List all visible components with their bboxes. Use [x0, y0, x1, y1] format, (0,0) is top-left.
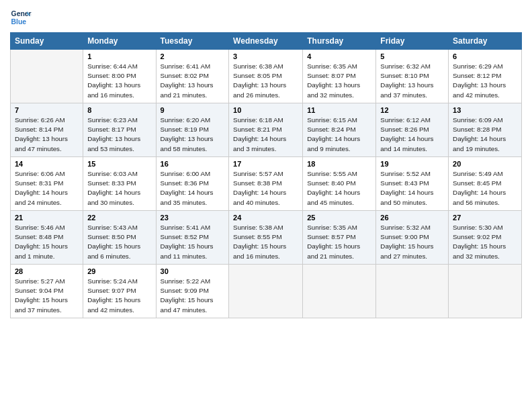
day-info: Sunrise: 6:00 AM Sunset: 8:36 PM Dayligh…: [161, 169, 225, 208]
day-cell: 3Sunrise: 6:38 AM Sunset: 8:05 PM Daylig…: [229, 50, 303, 103]
day-cell: 15Sunrise: 6:03 AM Sunset: 8:33 PM Dayli…: [83, 157, 156, 211]
day-info: Sunrise: 5:32 AM Sunset: 9:00 PM Dayligh…: [380, 223, 444, 261]
day-info: Sunrise: 6:38 AM Sunset: 8:05 PM Dayligh…: [233, 62, 298, 100]
day-info: Sunrise: 5:35 AM Sunset: 8:57 PM Dayligh…: [307, 223, 371, 261]
day-info: Sunrise: 5:41 AM Sunset: 8:52 PM Dayligh…: [161, 223, 225, 261]
weekday-wednesday: Wednesday: [229, 33, 303, 50]
day-info: Sunrise: 5:22 AM Sunset: 9:09 PM Dayligh…: [161, 277, 225, 315]
day-cell: 11Sunrise: 6:15 AM Sunset: 8:24 PM Dayli…: [303, 103, 376, 157]
day-info: Sunrise: 6:15 AM Sunset: 8:24 PM Dayligh…: [307, 116, 371, 154]
day-info: Sunrise: 5:55 AM Sunset: 8:40 PM Dayligh…: [307, 169, 371, 208]
day-cell: 23Sunrise: 5:41 AM Sunset: 8:52 PM Dayli…: [156, 211, 229, 265]
day-info: Sunrise: 5:49 AM Sunset: 8:45 PM Dayligh…: [453, 169, 517, 208]
day-number: 25: [307, 214, 371, 222]
day-number: 7: [15, 106, 79, 114]
logo-icon: General Blue: [10, 7, 32, 28]
day-number: 30: [161, 267, 225, 275]
day-number: 16: [161, 160, 225, 168]
day-info: Sunrise: 6:44 AM Sunset: 8:00 PM Dayligh…: [87, 62, 151, 100]
calendar-table: SundayMondayTuesdayWednesdayThursdayFrid…: [10, 32, 522, 318]
week-row-4: 21Sunrise: 5:46 AM Sunset: 8:48 PM Dayli…: [11, 211, 522, 265]
day-info: Sunrise: 6:23 AM Sunset: 8:17 PM Dayligh…: [87, 116, 151, 154]
day-info: Sunrise: 6:20 AM Sunset: 8:19 PM Dayligh…: [161, 116, 225, 154]
day-number: 14: [15, 160, 79, 168]
day-number: 26: [380, 214, 444, 222]
day-number: 29: [87, 267, 151, 275]
day-number: 4: [307, 52, 371, 60]
day-number: 27: [453, 214, 517, 222]
weekday-friday: Friday: [376, 33, 449, 50]
day-number: 19: [380, 160, 444, 168]
day-cell: 12Sunrise: 6:12 AM Sunset: 8:26 PM Dayli…: [376, 103, 449, 157]
day-cell: 25Sunrise: 5:35 AM Sunset: 8:57 PM Dayli…: [303, 211, 376, 265]
day-cell: 16Sunrise: 6:00 AM Sunset: 8:36 PM Dayli…: [156, 157, 229, 211]
day-number: 21: [15, 214, 79, 222]
weekday-thursday: Thursday: [303, 33, 376, 50]
day-info: Sunrise: 6:35 AM Sunset: 8:07 PM Dayligh…: [307, 62, 371, 100]
week-row-3: 14Sunrise: 6:06 AM Sunset: 8:31 PM Dayli…: [11, 157, 522, 211]
day-info: Sunrise: 6:18 AM Sunset: 8:21 PM Dayligh…: [233, 116, 298, 154]
day-info: Sunrise: 6:06 AM Sunset: 8:31 PM Dayligh…: [15, 169, 79, 208]
day-cell: [303, 265, 376, 318]
day-number: 2: [161, 52, 225, 60]
day-cell: 26Sunrise: 5:32 AM Sunset: 9:00 PM Dayli…: [376, 211, 449, 265]
day-info: Sunrise: 5:43 AM Sunset: 8:50 PM Dayligh…: [87, 223, 151, 261]
day-cell: 10Sunrise: 6:18 AM Sunset: 8:21 PM Dayli…: [229, 103, 303, 157]
day-info: Sunrise: 5:38 AM Sunset: 8:55 PM Dayligh…: [233, 223, 298, 261]
day-number: 13: [453, 106, 517, 114]
weekday-monday: Monday: [83, 33, 156, 50]
day-number: 9: [161, 106, 225, 114]
day-cell: 24Sunrise: 5:38 AM Sunset: 8:55 PM Dayli…: [229, 211, 303, 265]
day-info: Sunrise: 5:52 AM Sunset: 8:43 PM Dayligh…: [380, 169, 444, 208]
weekday-sunday: Sunday: [11, 33, 83, 50]
day-cell: 17Sunrise: 5:57 AM Sunset: 8:38 PM Dayli…: [229, 157, 303, 211]
day-number: 5: [380, 52, 444, 60]
day-number: 18: [307, 160, 371, 168]
day-cell: [229, 265, 303, 318]
day-number: 11: [307, 106, 371, 114]
header: General Blue: [10, 7, 522, 28]
day-info: Sunrise: 5:24 AM Sunset: 9:07 PM Dayligh…: [87, 277, 151, 315]
day-cell: 13Sunrise: 6:09 AM Sunset: 8:28 PM Dayli…: [449, 103, 522, 157]
weekday-tuesday: Tuesday: [156, 33, 229, 50]
day-cell: 22Sunrise: 5:43 AM Sunset: 8:50 PM Dayli…: [83, 211, 156, 265]
day-cell: [449, 265, 522, 318]
day-number: 23: [161, 214, 225, 222]
day-number: 17: [233, 160, 298, 168]
day-cell: 7Sunrise: 6:26 AM Sunset: 8:14 PM Daylig…: [11, 103, 83, 157]
day-info: Sunrise: 6:12 AM Sunset: 8:26 PM Dayligh…: [380, 116, 444, 154]
day-cell: 30Sunrise: 5:22 AM Sunset: 9:09 PM Dayli…: [156, 265, 229, 318]
day-cell: 18Sunrise: 5:55 AM Sunset: 8:40 PM Dayli…: [303, 157, 376, 211]
day-info: Sunrise: 6:03 AM Sunset: 8:33 PM Dayligh…: [87, 169, 151, 208]
page: General Blue SundayMondayTuesdayWednesda…: [0, 0, 532, 325]
day-number: 6: [453, 52, 517, 60]
day-cell: [376, 265, 449, 318]
day-cell: 5Sunrise: 6:32 AM Sunset: 8:10 PM Daylig…: [376, 50, 449, 103]
day-number: 28: [15, 267, 79, 275]
day-cell: [11, 50, 83, 103]
day-cell: 27Sunrise: 5:30 AM Sunset: 9:02 PM Dayli…: [449, 211, 522, 265]
day-cell: 28Sunrise: 5:27 AM Sunset: 9:04 PM Dayli…: [11, 265, 83, 318]
day-cell: 4Sunrise: 6:35 AM Sunset: 8:07 PM Daylig…: [303, 50, 376, 103]
day-cell: 2Sunrise: 6:41 AM Sunset: 8:02 PM Daylig…: [156, 50, 229, 103]
day-info: Sunrise: 5:57 AM Sunset: 8:38 PM Dayligh…: [233, 169, 298, 208]
day-number: 3: [233, 52, 298, 60]
day-number: 1: [87, 52, 151, 60]
day-info: Sunrise: 6:41 AM Sunset: 8:02 PM Dayligh…: [161, 62, 225, 100]
day-info: Sunrise: 6:09 AM Sunset: 8:28 PM Dayligh…: [453, 116, 517, 154]
day-cell: 8Sunrise: 6:23 AM Sunset: 8:17 PM Daylig…: [83, 103, 156, 157]
day-info: Sunrise: 5:30 AM Sunset: 9:02 PM Dayligh…: [453, 223, 517, 261]
week-row-1: 1Sunrise: 6:44 AM Sunset: 8:00 PM Daylig…: [11, 50, 522, 103]
day-cell: 29Sunrise: 5:24 AM Sunset: 9:07 PM Dayli…: [83, 265, 156, 318]
weekday-saturday: Saturday: [449, 33, 522, 50]
day-cell: 19Sunrise: 5:52 AM Sunset: 8:43 PM Dayli…: [376, 157, 449, 211]
day-info: Sunrise: 6:29 AM Sunset: 8:12 PM Dayligh…: [453, 62, 517, 100]
day-info: Sunrise: 6:32 AM Sunset: 8:10 PM Dayligh…: [380, 62, 444, 100]
day-number: 8: [87, 106, 151, 114]
day-cell: 1Sunrise: 6:44 AM Sunset: 8:00 PM Daylig…: [83, 50, 156, 103]
day-info: Sunrise: 5:46 AM Sunset: 8:48 PM Dayligh…: [15, 223, 79, 261]
svg-text:Blue: Blue: [11, 18, 27, 26]
day-number: 12: [380, 106, 444, 114]
week-row-5: 28Sunrise: 5:27 AM Sunset: 9:04 PM Dayli…: [11, 265, 522, 318]
day-cell: 9Sunrise: 6:20 AM Sunset: 8:19 PM Daylig…: [156, 103, 229, 157]
